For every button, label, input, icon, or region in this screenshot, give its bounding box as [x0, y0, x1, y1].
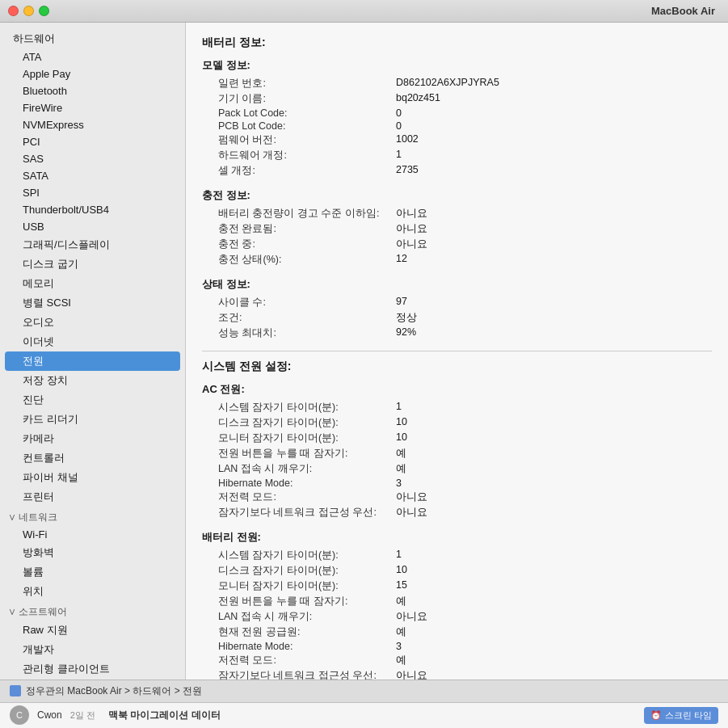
info-value: 1002: [396, 133, 419, 147]
sidebar-item[interactable]: 전원: [5, 351, 180, 371]
info-row: 잠자기보다 네트워크 접근성 우선:아니요: [202, 668, 712, 680]
info-value: 92%: [396, 326, 416, 340]
info-value: 1: [396, 549, 402, 562]
info-label: LAN 접속 시 깨우기:: [202, 462, 396, 476]
sidebar-item[interactable]: USB: [0, 218, 185, 235]
model-info-rows: 일련 번호:D862102A6XJPJYRA5기기 이름:bq20z451Pac…: [202, 76, 712, 179]
sidebar-item[interactable]: Apple Pay: [0, 65, 185, 82]
info-label: 충전 중:: [202, 238, 396, 251]
chat-user: Cwon: [37, 709, 62, 721]
sidebar-network-section: ∨ 네트워크Wi-Fi방화벽볼륨위치: [0, 507, 185, 601]
info-value: 예: [396, 595, 406, 608]
info-label: 배터리 충전량이 경고 수준 이하임:: [202, 207, 396, 221]
screen-time-button[interactable]: ⏰ 스크린 타임: [644, 707, 718, 724]
sidebar-item[interactable]: 카메라: [0, 429, 185, 448]
info-row: 디스크 잠자기 타이머(분):10: [202, 563, 712, 579]
info-label: LAN 접속 시 깨우기:: [202, 610, 396, 624]
sidebar-item[interactable]: ATA: [0, 48, 185, 65]
info-value: 1: [396, 401, 402, 414]
info-row: 조건:정상: [202, 310, 712, 326]
info-row: PCB Lot Code:0: [202, 120, 712, 133]
sidebar-item[interactable]: 진단: [0, 390, 185, 410]
sidebar-item[interactable]: 볼륨: [0, 562, 185, 582]
info-row: 모니터 잠자기 타이머(분):10: [202, 431, 712, 446]
info-value: 10: [396, 564, 407, 578]
info-value: 아니요: [396, 490, 427, 504]
sidebar-item[interactable]: 메모리: [0, 274, 185, 293]
info-value: D862102A6XJPJYRA5: [396, 77, 499, 90]
sidebar-item[interactable]: 개발자: [0, 640, 185, 659]
sidebar-item[interactable]: 파이버 채널: [0, 468, 185, 487]
sidebar-item[interactable]: 방화벽: [0, 543, 185, 562]
info-value: 예: [396, 625, 406, 639]
info-label: 디스크 잠자기 타이머(분):: [202, 564, 396, 578]
info-value: 10: [396, 431, 407, 445]
info-value: 아니요: [396, 207, 427, 221]
sidebar-item[interactable]: 디스크 굽기: [0, 255, 185, 274]
sidebar-item[interactable]: PCI: [0, 133, 185, 150]
sidebar-item[interactable]: 저장 장치: [0, 371, 185, 390]
sidebar-item[interactable]: 병렬 SCSI: [0, 293, 185, 313]
info-value: 3: [396, 641, 402, 652]
sidebar-item[interactable]: Bluetooth: [0, 82, 185, 99]
sidebar-item[interactable]: 이더넷: [0, 332, 185, 351]
info-row: Pack Lot Code:0: [202, 107, 712, 120]
sidebar-item[interactable]: NVMExpress: [0, 116, 185, 133]
info-label: 전원 버튼을 누를 때 잠자기:: [202, 595, 396, 608]
battery-power-block: 배터리 전원: 시스템 잠자기 타이머(분):1디스크 잠자기 타이머(분):1…: [202, 530, 712, 680]
maximize-button[interactable]: [39, 6, 49, 16]
sidebar-item[interactable]: 하드웨어: [0, 29, 185, 48]
info-label: 사이클 수:: [202, 296, 396, 309]
info-value: 0: [396, 120, 402, 132]
info-value: 15: [396, 579, 407, 593]
info-label: 전원 버튼을 누를 때 잠자기:: [202, 447, 396, 461]
sidebar-item[interactable]: 위치: [0, 582, 185, 601]
sidebar-network-header: ∨ 네트워크: [0, 507, 185, 526]
info-value: 아니요: [396, 506, 427, 520]
ac-power-title: AC 전원:: [202, 382, 712, 397]
sidebar-item[interactable]: SPI: [0, 184, 185, 201]
sidebar-item[interactable]: FireWire: [0, 99, 185, 116]
info-value: 아니요: [396, 222, 427, 236]
sidebar-item[interactable]: SATA: [0, 167, 185, 184]
status-info-rows: 사이클 수:97조건:정상성능 최대치:92%: [202, 295, 712, 341]
sidebar-item[interactable]: SAS: [0, 150, 185, 167]
sidebar-item[interactable]: 동기화 서비스: [0, 679, 185, 680]
info-label: 시스템 잠자기 타이머(분):: [202, 549, 396, 562]
info-row: 시스템 잠자기 타이머(분):1: [202, 400, 712, 415]
sidebar-item[interactable]: Wi-Fi: [0, 526, 185, 543]
sidebar-item[interactable]: 컨트롤러: [0, 448, 185, 468]
info-label: 디스크 잠자기 타이머(분):: [202, 416, 396, 430]
sidebar-item[interactable]: 그래픽/디스플레이: [0, 235, 185, 255]
charge-info-rows: 배터리 충전량이 경고 수준 이하임:아니요충전 완료됨:아니요충전 중:아니요…: [202, 206, 712, 267]
sidebar-item[interactable]: 오디오: [0, 313, 185, 332]
info-row: 저전력 모드:아니요: [202, 490, 712, 505]
window-title: MacBook Air: [651, 5, 715, 17]
info-value: 12: [396, 253, 407, 267]
sidebar-item[interactable]: 카드 리더기: [0, 410, 185, 429]
info-label: 저전력 모드:: [202, 490, 396, 504]
sidebar-item[interactable]: 관리형 클라이언트: [0, 659, 185, 679]
sidebar-item[interactable]: Raw 지원: [0, 621, 185, 640]
info-label: 충전 상태(%):: [202, 253, 396, 267]
main-content: 배터리 정보: 모델 정보: 일련 번호:D862102A6XJPJYRA5기기…: [186, 23, 728, 680]
clock-icon: ⏰: [650, 710, 662, 721]
battery-info-title: 배터리 정보:: [202, 36, 712, 50]
charge-info-block: 충전 정보: 배터리 충전량이 경고 수준 이하임:아니요충전 완료됨:아니요충…: [202, 188, 712, 267]
close-button[interactable]: [8, 6, 19, 16]
info-row: Hibernate Mode:3: [202, 640, 712, 653]
info-row: 잠자기보다 네트워크 접근성 우선:아니요: [202, 505, 712, 520]
minimize-button[interactable]: [23, 6, 34, 16]
screen-time-label: 스크린 타임: [665, 709, 712, 722]
info-label: 셀 개정:: [202, 164, 396, 178]
sidebar-item[interactable]: Thunderbolt/USB4: [0, 201, 185, 218]
info-row: 디스크 잠자기 타이머(분):10: [202, 415, 712, 431]
info-label: 저전력 모드:: [202, 654, 396, 667]
sidebar-item[interactable]: 프린터: [0, 487, 185, 507]
info-row: 충전 완료됨:아니요: [202, 221, 712, 237]
status-bar: 정우관의 MacBook Air > 하드웨어 > 전원 C Cwon 2일 전…: [0, 680, 728, 728]
info-label: 현재 전원 공급원:: [202, 625, 396, 639]
info-row: 하드웨어 개정:1: [202, 148, 712, 163]
info-label: Hibernate Mode:: [202, 478, 396, 489]
info-value: 아니요: [396, 610, 427, 624]
